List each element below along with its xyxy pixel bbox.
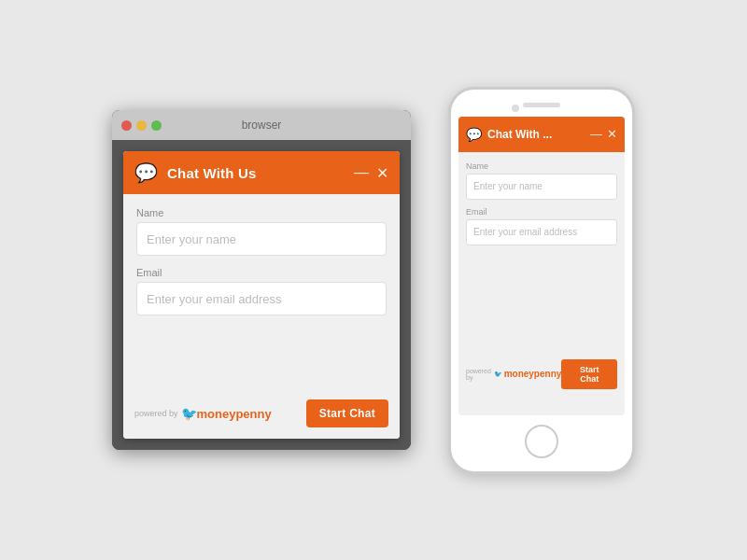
phone-device: 💬 Chat With ... — ✕ Name Email (448, 87, 635, 474)
desktop-chat-spacer (136, 327, 387, 383)
moneypenny-bird-icon: 🐦 (181, 406, 197, 421)
desktop-minimize-button[interactable]: — (354, 165, 369, 180)
chat-bubble-icon: 💬 (134, 161, 158, 184)
desktop-start-chat-button[interactable]: Start Chat (306, 399, 388, 427)
maximize-dot[interactable] (151, 120, 162, 131)
mobile-moneypenny-brand: moneypenny (504, 369, 562, 379)
mobile-chat-spacer (466, 253, 617, 346)
main-layout: browser 💬 Chat With Us — ✕ Name Email (0, 0, 747, 560)
close-dot[interactable] (121, 120, 132, 131)
phone-camera (512, 105, 519, 112)
mobile-powered-by: powered by 🐦 moneypenny (466, 368, 561, 381)
phone-home-button[interactable] (525, 425, 558, 458)
phone-screen: 💬 Chat With ... — ✕ Name Email (458, 117, 625, 415)
desktop-powered-by-text: powered by (134, 409, 178, 418)
desktop-name-input[interactable] (136, 222, 387, 256)
desktop-chat-footer: powered by 🐦 moneypenny Start Chat (123, 392, 400, 439)
desktop-powered-by: powered by 🐦 moneypenny (134, 406, 272, 421)
mobile-name-input[interactable] (466, 174, 617, 200)
desktop-email-label: Email (136, 267, 387, 278)
browser-traffic-lights (121, 120, 162, 131)
desktop-name-label: Name (136, 207, 387, 218)
mobile-email-input[interactable] (466, 219, 617, 245)
mobile-chat-title: Chat With ... (487, 128, 590, 141)
mobile-chat-body: Name Email (458, 152, 625, 354)
browser-content: 💬 Chat With Us — ✕ Name Email powered by… (112, 140, 411, 450)
browser-title: browser (242, 119, 282, 132)
desktop-moneypenny-brand: moneypenny (197, 407, 272, 421)
desktop-chat-body: Name Email (123, 194, 400, 392)
desktop-close-button[interactable]: ✕ (376, 164, 388, 182)
mobile-start-chat-button[interactable]: Start Chat (561, 359, 617, 389)
mobile-name-label: Name (466, 161, 617, 171)
browser-titlebar: browser (112, 110, 411, 140)
mobile-powered-by-text: powered by (466, 368, 492, 381)
desktop-chat-title: Chat With Us (167, 165, 354, 181)
mobile-chat-widget: 💬 Chat With ... — ✕ Name Email (458, 117, 625, 397)
mobile-minimize-button[interactable]: — (590, 127, 602, 141)
phone-wrapper: 💬 Chat With ... — ✕ Name Email (448, 87, 635, 474)
desktop-chat-header: 💬 Chat With Us — ✕ (123, 151, 400, 194)
mobile-email-label: Email (466, 207, 617, 217)
minimize-dot[interactable] (136, 120, 147, 131)
mobile-chat-header: 💬 Chat With ... — ✕ (458, 117, 625, 152)
phone-speaker (523, 103, 560, 107)
mobile-close-button[interactable]: ✕ (607, 127, 617, 141)
browser-window: browser 💬 Chat With Us — ✕ Name Email (112, 110, 411, 450)
desktop-chat-widget: 💬 Chat With Us — ✕ Name Email powered by… (123, 151, 400, 439)
mobile-chat-footer: powered by 🐦 moneypenny Start Chat (458, 354, 625, 397)
mobile-chat-bubble-icon: 💬 (466, 127, 482, 142)
desktop-email-input[interactable] (136, 282, 387, 315)
mobile-bird-icon: 🐦 (494, 371, 502, 378)
